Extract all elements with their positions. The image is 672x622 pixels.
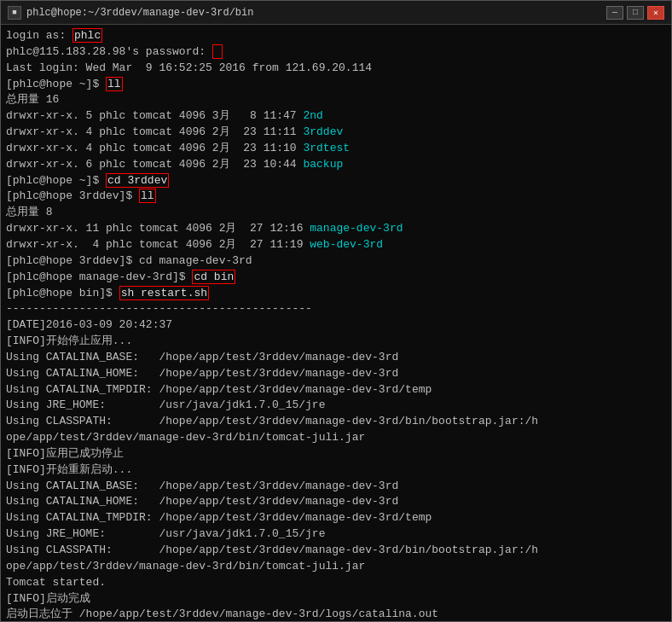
line-37: 启动日志位于 /hope/app/test/3rddev/manage-dev-… [6,607,666,621]
line-15: [phlc@hope 3rddev]$ cd manage-dev-3rd [6,253,666,270]
line-27: [INFO]应用已成功停止 [6,446,666,462]
line-5: 总用量 16 [6,92,666,108]
line-30: Using CATALINA_HOME: /hope/app/test/3rdd… [6,494,666,510]
line-29: Using CATALINA_BASE: /hope/app/test/3rdd… [6,479,666,495]
minimize-button[interactable]: — [606,6,623,20]
line-35: Tomcat started. [6,575,666,591]
line-24: Using JRE_HOME: /usr/java/jdk1.7.0_15/jr… [6,398,666,414]
line-17: [phlc@hope bin]$ sh restart.sh [6,286,666,302]
line-28: [INFO]开始重新启动... [6,462,666,479]
line-18: ----------------------------------------… [6,301,666,317]
line-2: phlc@115.183.28.98's password: [6,44,666,61]
line-16: [phlc@hope manage-dev-3rd]$ cd bin [6,270,666,286]
line-8: drwxr-xr-x. 4 phlc tomcat 4096 2月 23 11:… [6,141,666,157]
line-31: Using CATALINA_TMPDIR: /hope/app/test/3r… [6,510,666,526]
line-34: ope/app/test/3rddev/manage-dev-3rd/bin/t… [6,559,666,575]
terminal-output[interactable]: login as: phlc phlc@115.183.28.98's pass… [1,25,671,621]
close-button[interactable]: ✕ [647,6,664,20]
maximize-button[interactable]: □ [627,6,644,20]
title-bar: ■ phlc@hope:~/3rddev/manage-dev-3rd/bin … [1,1,671,25]
line-13: drwxr-xr-x. 11 phlc tomcat 4096 2月 27 12… [6,221,666,237]
line-11: [phlc@hope 3rddev]$ ll [6,189,666,205]
line-36: [INFO]启动完成 [6,591,666,607]
title-bar-left: ■ phlc@hope:~/3rddev/manage-dev-3rd/bin [8,6,253,20]
line-25: Using CLASSPATH: /hope/app/test/3rddev/m… [6,414,666,430]
line-14: drwxr-xr-x. 4 phlc tomcat 4096 2月 27 11:… [6,237,666,253]
terminal-window: ■ phlc@hope:~/3rddev/manage-dev-3rd/bin … [0,0,672,622]
line-1: login as: phlc [6,28,666,44]
line-20: [INFO]开始停止应用... [6,334,666,350]
line-4: [phlc@hope ~]$ ll [6,77,666,93]
line-23: Using CATALINA_TMPDIR: /hope/app/test/3r… [6,382,666,398]
line-26: ope/app/test/3rddev/manage-dev-3rd/bin/t… [6,430,666,446]
line-32: Using JRE_HOME: /usr/java/jdk1.7.0_15/jr… [6,526,666,543]
line-21: Using CATALINA_BASE: /hope/app/test/3rdd… [6,350,666,366]
line-19: [DATE]2016-03-09 20:42:37 [6,317,666,334]
line-22: Using CATALINA_HOME: /hope/app/test/3rdd… [6,366,666,382]
line-3: Last login: Wed Mar 9 16:52:25 2016 from… [6,61,666,77]
line-7: drwxr-xr-x. 4 phlc tomcat 4096 2月 23 11:… [6,125,666,141]
line-6: drwxr-xr-x. 5 phlc tomcat 4096 3月 8 11:4… [6,108,666,125]
line-12: 总用量 8 [6,205,666,221]
line-33: Using CLASSPATH: /hope/app/test/3rddev/m… [6,543,666,559]
line-10: [phlc@hope ~]$ cd 3rddev [6,173,666,189]
window-title: phlc@hope:~/3rddev/manage-dev-3rd/bin [26,7,253,19]
line-9: drwxr-xr-x. 6 phlc tomcat 4096 2月 23 10:… [6,157,666,173]
title-bar-controls: — □ ✕ [606,6,664,20]
window-icon: ■ [8,6,21,20]
